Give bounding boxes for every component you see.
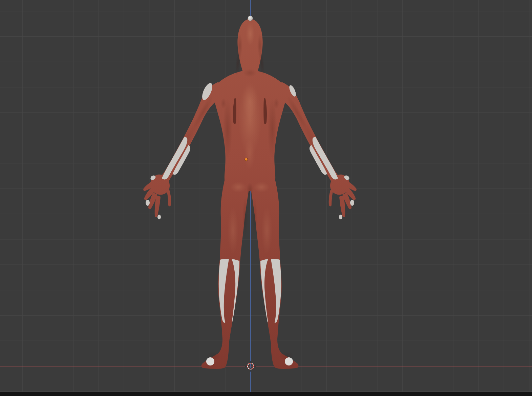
viewport-canvas[interactable] — [0, 0, 532, 396]
patch-heel-left — [206, 357, 214, 365]
status-bar — [0, 392, 532, 396]
mesh-shading — [158, 22, 341, 361]
patch-hand-right — [339, 215, 342, 219]
object-origin-dot — [245, 158, 248, 161]
head-top-sphere-handle[interactable] — [248, 16, 253, 21]
patch-hand-left — [146, 200, 150, 206]
patch-heel-right — [285, 357, 293, 365]
mesh-hand-left-thumb — [167, 190, 171, 206]
mesh-hand-right-thumb — [329, 190, 333, 206]
patch-hand-left — [157, 215, 161, 219]
patch-hand-right — [350, 200, 354, 206]
x-axis-line — [0, 366, 532, 367]
blender-3d-viewport[interactable] — [0, 0, 532, 396]
character-mesh[interactable] — [143, 19, 357, 369]
